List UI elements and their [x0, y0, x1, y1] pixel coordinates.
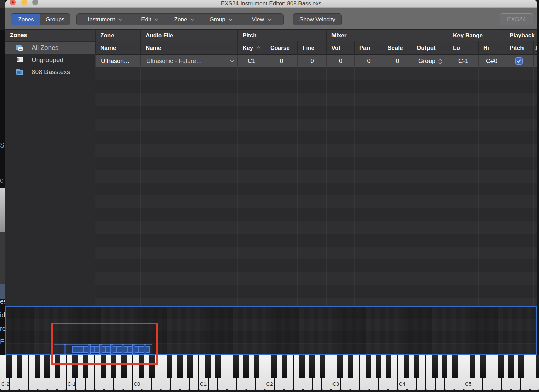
group-header-zone: Zone [95, 30, 140, 41]
exs24-badge-label: EXS24 [507, 16, 526, 23]
cell-scale[interactable]: 0 [383, 55, 412, 67]
sidebar-item-ungrouped[interactable]: Ungrouped [5, 54, 95, 66]
column-header-label: Fine [303, 45, 314, 52]
table-gridline [412, 67, 412, 306]
pitch-checkbox[interactable] [515, 57, 523, 65]
sidebar-item-label: 808 Bass.exs [32, 68, 70, 76]
menu-instrument[interactable]: Instrument [77, 14, 133, 25]
black-key[interactable] [299, 355, 305, 378]
black-key[interactable] [470, 355, 476, 378]
column-header-audio-file-name[interactable]: Name [140, 41, 237, 55]
cell-pan[interactable]: 0 [354, 55, 383, 67]
black-key[interactable] [414, 355, 420, 378]
black-key[interactable] [508, 355, 514, 378]
cell-pitch[interactable] [505, 55, 533, 67]
stepper-icon[interactable] [438, 59, 442, 64]
black-key[interactable] [271, 355, 277, 378]
black-key[interactable] [480, 355, 486, 378]
group-header-pitch: Pitch [237, 30, 326, 41]
chevron-down-icon [228, 18, 233, 21]
black-key[interactable] [254, 355, 259, 378]
table-row[interactable]: Ultrason…Ultrasonic - Future…C100000Grou… [95, 55, 537, 67]
show-velocity-button[interactable]: Show Velocity [293, 13, 342, 25]
groups-tab[interactable]: Groups [40, 14, 70, 25]
black-key[interactable] [404, 355, 409, 378]
column-header-output[interactable]: Output [412, 41, 448, 55]
keyboard-bottom-strip [0, 390, 539, 392]
black-key[interactable] [309, 355, 315, 378]
cell-key[interactable]: C1 [237, 55, 265, 67]
black-key[interactable] [205, 355, 211, 378]
cell-output[interactable]: Group [412, 55, 448, 67]
cell-hi[interactable]: C#0 [478, 55, 505, 67]
column-header-key[interactable]: Key [237, 41, 265, 55]
cell-coarse[interactable]: 0 [265, 55, 297, 67]
column-header-fine[interactable]: Fine [297, 41, 326, 55]
menu-edit[interactable]: Edit [133, 14, 166, 25]
cell-value: C1 [248, 58, 255, 65]
column-header-pitch[interactable]: Pitch [505, 41, 533, 55]
black-key[interactable] [366, 355, 372, 378]
group-header-key-range: Key Range [448, 30, 505, 41]
table-gridline [354, 67, 355, 306]
black-key[interactable] [337, 355, 343, 378]
chevron-up-icon [438, 59, 442, 61]
black-key[interactable] [386, 355, 392, 378]
black-key[interactable] [432, 355, 438, 378]
chevron-down-icon [267, 18, 272, 21]
cell-fine[interactable]: 0 [297, 55, 326, 67]
sidebar-item-all-zones[interactable]: All Zones [5, 42, 95, 54]
zones-groups-segmented-control: Zones Groups [11, 13, 70, 25]
black-key[interactable] [442, 355, 448, 378]
cell-value: 0 [310, 58, 314, 65]
black-key[interactable] [282, 355, 287, 378]
black-key[interactable] [35, 355, 40, 378]
black-key[interactable] [187, 355, 193, 378]
table-body[interactable] [95, 67, 537, 306]
black-key[interactable] [452, 355, 458, 378]
cell-vol[interactable]: 0 [326, 55, 354, 67]
column-header-pan[interactable]: Pan [354, 41, 383, 55]
black-key[interactable] [536, 355, 539, 378]
black-key[interactable] [167, 355, 173, 378]
black-key[interactable] [498, 355, 504, 378]
menu-zone[interactable]: Zone [166, 14, 202, 25]
cell-extra [533, 55, 537, 67]
black-key[interactable] [320, 355, 325, 378]
column-header-coarse[interactable]: Coarse [265, 41, 297, 55]
cell-lo[interactable]: C-1 [448, 55, 478, 67]
chevron-down-icon [230, 60, 234, 63]
title-bar[interactable]: EXS24 Instrument Editor: 808 Bass.exs [5, 0, 537, 8]
column-header-lo[interactable]: Lo [448, 41, 478, 55]
table-column-header-row: NameNameKeyCoarseFineVolPanScaleOutputLo… [95, 41, 537, 55]
black-key[interactable] [177, 355, 183, 378]
black-key[interactable] [518, 355, 524, 378]
window-title: EXS24 Instrument Editor: 808 Bass.exs [5, 0, 537, 7]
sidebar-item-label: Ungrouped [32, 56, 63, 64]
background-block [0, 232, 5, 284]
black-key[interactable] [17, 355, 22, 378]
column-header-scale[interactable]: Scale [383, 41, 412, 55]
cell-audio-file-name[interactable]: Ultrasonic - Future… [140, 55, 237, 67]
black-key[interactable] [376, 355, 381, 378]
black-key[interactable] [215, 355, 221, 378]
exs24-editor-window: EXS24 Instrument Editor: 808 Bass.exs Zo… [5, 0, 537, 355]
zones-tab-label: Zones [18, 16, 34, 23]
sidebar-item-808-bass-exs[interactable]: 808 Bass.exs [5, 66, 95, 78]
cell-zone-name[interactable]: Ultrason… [95, 55, 140, 67]
chevron-down-icon [118, 18, 122, 21]
menu-group[interactable]: Group [202, 14, 240, 25]
black-key[interactable] [44, 355, 50, 378]
zones-tab[interactable]: Zones [11, 14, 40, 25]
exs24-badge-button[interactable]: EXS24 [500, 13, 533, 25]
column-header-vol[interactable]: Vol [326, 41, 354, 55]
menu-view[interactable]: View [240, 14, 283, 25]
black-key[interactable] [6, 355, 12, 378]
cell-value: Ultrasonic - Future… [146, 58, 202, 65]
black-key[interactable] [233, 355, 239, 378]
black-key[interactable] [348, 355, 353, 378]
check-icon [517, 59, 521, 63]
black-key[interactable] [243, 355, 249, 378]
column-header-hi[interactable]: Hi [478, 41, 505, 55]
column-header-zone-name[interactable]: Name [95, 41, 140, 55]
